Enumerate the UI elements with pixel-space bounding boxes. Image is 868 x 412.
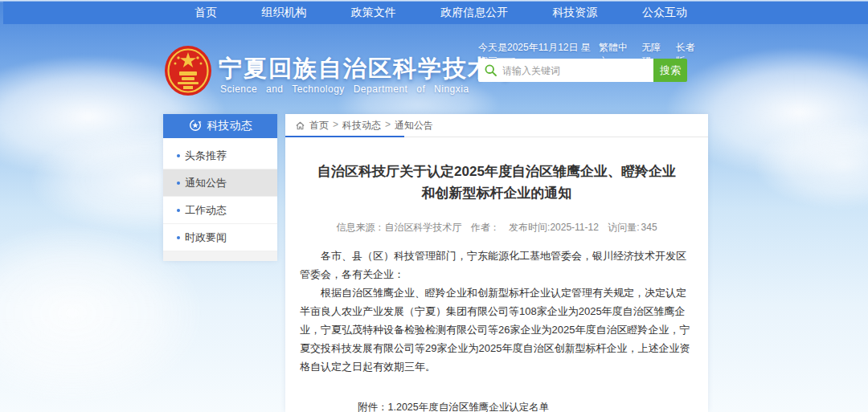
sidebar-item[interactable]: 通知公告	[163, 169, 277, 197]
meta-source-label: 信息来源：	[336, 222, 384, 233]
search-bar: 搜索	[478, 59, 687, 82]
attachment-link-1[interactable]: 1.2025年度自治区雏鹰企业认定名单	[388, 400, 579, 412]
sidebar-item-label: 工作动态	[185, 203, 227, 218]
attachments-label: 附件：	[358, 400, 388, 412]
breadcrumb-item[interactable]: 通知公告	[395, 119, 433, 133]
national-emblem-logo	[164, 45, 212, 97]
breadcrumb-underline	[285, 136, 404, 137]
sidebar-item[interactable]: 工作动态	[163, 197, 277, 224]
article-paragraph: 各市、县（区）科技管理部门，宁东能源化工基地管委会，银川经济技术开发区管委会，各…	[300, 247, 694, 284]
sidebar-title: 科技动态	[207, 119, 252, 133]
meta-author-label: 作者：	[471, 222, 500, 233]
article-title-line2: 和创新型标杆企业的通知	[300, 182, 694, 204]
article-body: 各市、县（区）科技管理部门，宁东能源化工基地管委会，银川经济技术开发区管委会，各…	[300, 247, 694, 376]
bullet-icon	[177, 209, 180, 212]
meta-publish: 发布时间:2025-11-12	[509, 222, 599, 233]
bullet-icon	[177, 182, 180, 185]
nav-item-0[interactable]: 首页	[194, 6, 217, 20]
sidebar: 科技动态 头条推荐通知公告工作动态时政要闻	[163, 114, 277, 261]
sidebar-footer	[163, 251, 277, 261]
article: 自治区科技厅关于认定2025年度自治区雏鹰企业、瞪羚企业 和创新型标杆企业的通知…	[285, 161, 708, 412]
search-icon	[485, 64, 497, 76]
nav-item-5[interactable]: 公众互动	[642, 6, 687, 20]
meta-source: 自治区科学技术厅	[384, 222, 461, 233]
meta-views-label: 访问量:	[608, 222, 639, 233]
site-subtitle: Science and Technology Department of Nin…	[220, 84, 469, 95]
cloud-decoration	[755, 120, 868, 209]
nav-item-1[interactable]: 组织机构	[261, 6, 306, 20]
compass-star-icon	[189, 119, 202, 134]
main-panel: 首页 >科技动态>通知公告 自治区科技厅关于认定2025年度自治区雏鹰企业、瞪羚…	[285, 114, 708, 412]
breadcrumb: 首页 >科技动态>通知公告	[285, 114, 708, 137]
nav-item-4[interactable]: 科技资源	[553, 6, 598, 20]
breadcrumb-home[interactable]: 首页	[309, 119, 329, 133]
sidebar-item-label: 通知公告	[185, 176, 227, 190]
sidebar-item-label: 时政要闻	[185, 230, 227, 245]
breadcrumb-item[interactable]: 科技动态	[342, 119, 381, 133]
sidebar-item-label: 头条推荐	[185, 149, 227, 163]
article-paragraph: 根据自治区雏鹰企业、瞪羚企业和创新型标杆企业认定管理有关规定，决定认定半亩良人农…	[300, 284, 694, 376]
article-meta: 信息来源：自治区科学技术厅 作者： 发布时间:2025-11-12 访问量:34…	[300, 221, 694, 235]
breadcrumb-trail: >科技动态>通知公告	[333, 119, 433, 133]
sidebar-header: 科技动态	[163, 114, 277, 138]
sidebar-item[interactable]: 头条推荐	[163, 142, 277, 169]
attachments: 附件： 1.2025年度自治区雏鹰企业认定名单2.2025年度自治区瞪羚企业认定…	[358, 400, 694, 412]
breadcrumb-separator: >	[333, 119, 338, 133]
article-title: 自治区科技厅关于认定2025年度自治区雏鹰企业、瞪羚企业 和创新型标杆企业的通知	[300, 161, 694, 204]
bullet-icon	[177, 236, 180, 239]
search-button[interactable]: 搜索	[653, 59, 687, 82]
nav-item-3[interactable]: 政府信息公开	[440, 6, 508, 20]
content-area: 科技动态 头条推荐通知公告工作动态时政要闻 首页 >科技动态>通知公告 自治区科…	[163, 114, 708, 412]
sidebar-list: 头条推荐通知公告工作动态时政要闻	[163, 138, 277, 251]
nav-item-2[interactable]: 政策文件	[351, 6, 396, 20]
bullet-icon	[177, 154, 180, 157]
breadcrumb-separator: >	[385, 119, 391, 133]
site-title: 宁夏回族自治区科学技术厅	[219, 53, 518, 85]
attachments-list: 1.2025年度自治区雏鹰企业认定名单2.2025年度自治区瞪羚企业认定名单3.…	[388, 400, 579, 412]
search-input[interactable]	[478, 59, 653, 82]
home-icon	[295, 120, 305, 131]
top-nav: 首页组织机构政策文件政府信息公开科技资源公众互动	[3, 2, 868, 24]
article-title-line1: 自治区科技厅关于认定2025年度自治区雏鹰企业、瞪羚企业	[300, 161, 694, 182]
meta-views: 345	[641, 222, 657, 233]
sidebar-item[interactable]: 时政要闻	[163, 224, 277, 251]
